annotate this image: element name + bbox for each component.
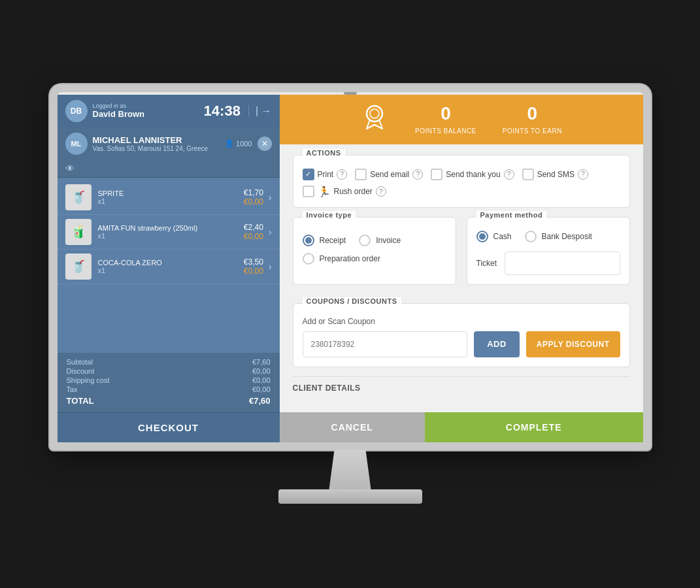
- total-value: €7,60: [249, 396, 271, 406]
- bank-radio[interactable]: [525, 231, 537, 242]
- send-email-action: Send email ?: [355, 169, 423, 180]
- discount-row: Discount €0,00: [67, 367, 271, 375]
- invoice-payment-row: Invoice type Receipt Invoice: [293, 217, 630, 294]
- print-action: ✓ Print ?: [303, 169, 348, 180]
- rush-order-help-icon[interactable]: ?: [376, 186, 386, 197]
- actions-row: ✓ Print ? Send email ? Sen: [303, 169, 620, 180]
- item-prices: €1,70 €0,00: [244, 188, 263, 206]
- complete-button[interactable]: COMPLETE: [425, 412, 643, 442]
- send-sms-action: Send SMS ?: [522, 169, 588, 180]
- points-earn-value: 0: [503, 103, 562, 124]
- eye-icon: 👁: [65, 163, 75, 174]
- prep-order-label: Preparation order: [320, 254, 380, 263]
- invoice-type-group: Receipt Invoice Preparation ord: [303, 231, 446, 265]
- invoice-label: Invoice: [376, 236, 401, 245]
- send-email-checkbox[interactable]: [355, 169, 367, 180]
- receipt-option[interactable]: Receipt: [303, 235, 346, 246]
- item-price: €2,40: [244, 223, 263, 232]
- coupon-input[interactable]: [303, 331, 468, 357]
- invoice-radio[interactable]: [359, 235, 371, 246]
- header-user-info: Logged in as David Brown: [93, 103, 204, 119]
- actions-title: ACTIONS: [303, 149, 345, 157]
- send-sms-label: Send SMS: [537, 170, 575, 179]
- send-thank-you-checkbox[interactable]: [431, 169, 442, 180]
- item-details: SPRITE x1: [98, 189, 244, 205]
- prep-order-radio[interactable]: [303, 253, 314, 265]
- customer-points: 👤 1000: [225, 139, 252, 148]
- receipt-label: Receipt: [320, 236, 346, 245]
- item-arrow-icon: ›: [269, 261, 272, 272]
- send-email-label: Send email: [370, 170, 409, 179]
- logout-button[interactable]: | →: [248, 105, 272, 117]
- client-details-title: CLIENT DETAILS: [293, 376, 630, 395]
- send-email-help-icon[interactable]: ?: [412, 169, 423, 180]
- close-customer-button[interactable]: ✕: [258, 137, 272, 151]
- prep-order-option[interactable]: Preparation order: [303, 253, 446, 265]
- rush-order-checkbox[interactable]: [303, 186, 314, 197]
- send-thank-you-help-icon[interactable]: ?: [504, 169, 514, 180]
- customer-avatar: ML: [65, 133, 88, 155]
- list-item[interactable]: 🥤 COCA-COLA ZERO x1 €3,50 €0,00 ›: [58, 250, 280, 284]
- ticket-row: Ticket: [476, 252, 620, 275]
- points-balance-value: 0: [415, 103, 476, 124]
- actions-row-2: 🏃 Rush order ?: [303, 186, 620, 198]
- item-name: COCA-COLA ZERO: [98, 259, 244, 267]
- send-sms-checkbox[interactable]: [522, 169, 534, 180]
- send-thank-you-action: Send thank you ?: [431, 169, 514, 180]
- invoice-type-section: Invoice type Receipt Invoice: [293, 217, 456, 285]
- user-name: David Brown: [93, 109, 204, 119]
- discount-value: €0,00: [252, 367, 271, 375]
- item-details: COCA-COLA ZERO x1: [98, 259, 244, 274]
- total-label: TOTAL: [67, 396, 94, 406]
- receipt-radio[interactable]: [303, 235, 314, 246]
- print-checkbox[interactable]: ✓: [303, 169, 314, 180]
- time-display: 14:38: [204, 103, 241, 120]
- bank-option[interactable]: Bank Desposit: [525, 231, 592, 242]
- customer-address: Vas. Sofias 50, Marousi 151 24, Greece: [93, 145, 225, 152]
- apply-discount-button[interactable]: APPLY DISCOUNT: [526, 331, 620, 357]
- add-coupon-button[interactable]: ADD: [474, 331, 520, 357]
- item-image: 🧃: [65, 219, 92, 245]
- tax-label: Tax: [67, 385, 78, 393]
- subtotal-label: Subtotal: [67, 358, 93, 366]
- item-arrow-icon: ›: [269, 227, 272, 237]
- cash-option[interactable]: Cash: [476, 231, 512, 242]
- item-details: AMITA FUN strawberry (250ml) x1: [98, 224, 244, 240]
- item-discount: €0,00: [244, 197, 263, 206]
- subtotal-value: €7,60: [252, 358, 271, 366]
- item-image: 🥤: [65, 253, 92, 280]
- right-content: ACTIONS ✓ Print ? Send email ?: [280, 144, 643, 412]
- item-discount: €0,00: [244, 232, 263, 241]
- logged-in-as-label: Logged in as: [93, 103, 204, 109]
- list-item[interactable]: 🥤 SPRITE x1 €1,70 €0,00 ›: [58, 180, 280, 215]
- item-prices: €3,50 €0,00: [244, 257, 263, 276]
- cash-label: Cash: [493, 232, 512, 241]
- cancel-button[interactable]: CANCEL: [280, 412, 425, 442]
- svg-point-1: [370, 109, 379, 118]
- invoice-type-inline: Receipt Invoice: [303, 235, 446, 246]
- payment-method-title: Payment method: [476, 211, 547, 219]
- bank-label: Bank Desposit: [542, 232, 592, 241]
- discount-label: Discount: [67, 367, 95, 375]
- points-balance-label: Points Balance: [415, 127, 476, 135]
- invoice-option[interactable]: Invoice: [359, 235, 401, 246]
- ticket-input[interactable]: [505, 252, 620, 275]
- invoice-type-title: Invoice type: [303, 211, 356, 219]
- points-balance-stat: 0 Points Balance: [415, 103, 476, 136]
- send-sms-help-icon[interactable]: ?: [578, 169, 588, 180]
- shipping-row: Shipping cost €0,00: [67, 376, 271, 384]
- bottom-actions: CANCEL COMPLETE: [280, 412, 643, 442]
- print-label: Print: [318, 170, 334, 179]
- points-header: 0 Points Balance 0 Points To Earn: [280, 95, 643, 144]
- print-help-icon[interactable]: ?: [337, 169, 347, 180]
- eye-icon-bar: 👁: [58, 160, 280, 178]
- coupons-title: COUPONS / DISCOUNTS: [303, 297, 401, 305]
- order-items-list: 🥤 SPRITE x1 €1,70 €0,00 › 🧃: [58, 178, 280, 353]
- monitor-stand-neck: [324, 450, 376, 489]
- list-item[interactable]: 🧃 AMITA FUN strawberry (250ml) x1 €2,40 …: [58, 215, 280, 250]
- right-panel: 0 Points Balance 0 Points To Earn ACTION…: [280, 95, 643, 442]
- cash-radio[interactable]: [476, 231, 488, 242]
- item-name: SPRITE: [98, 189, 244, 197]
- rush-order-action: 🏃 Rush order ?: [303, 186, 386, 198]
- checkout-button[interactable]: CHECKOUT: [58, 412, 280, 442]
